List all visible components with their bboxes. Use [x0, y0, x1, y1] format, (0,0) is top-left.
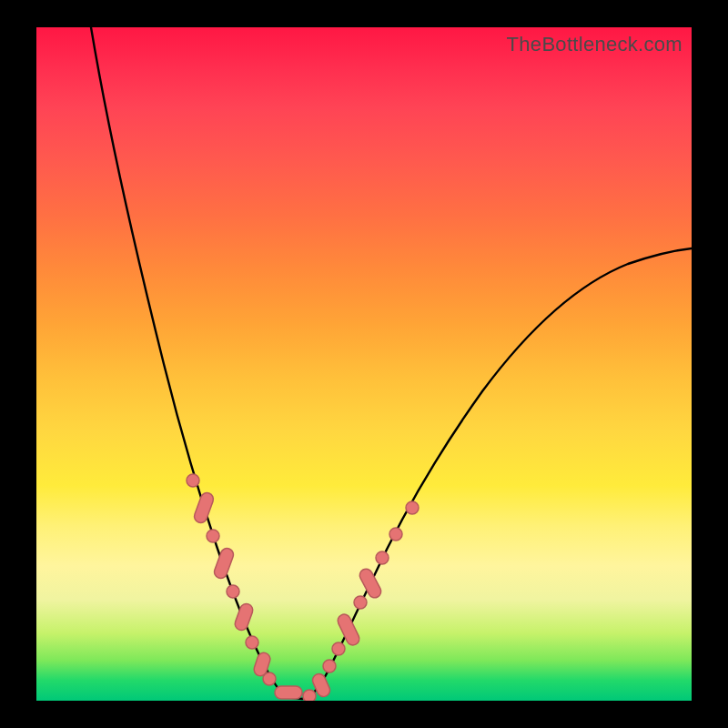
curve-marker: [323, 660, 336, 672]
curve-marker-pill: [233, 602, 254, 632]
curve-marker-pill: [213, 547, 236, 581]
curve-marker: [187, 474, 199, 487]
curve-marker: [376, 551, 389, 564]
plot-area: TheBottleneck.com: [36, 27, 692, 701]
marker-group: [187, 474, 419, 701]
curve-marker: [227, 585, 239, 598]
curve-marker: [207, 530, 219, 542]
curve-marker: [332, 642, 345, 655]
chart-svg: [36, 27, 692, 701]
chart-frame: TheBottleneck.com: [0, 0, 728, 728]
curve-marker-pill: [193, 491, 216, 525]
curve-marker: [246, 636, 258, 649]
curve-marker-pill: [275, 686, 302, 699]
curve-marker: [406, 501, 419, 514]
curve-marker: [263, 672, 276, 685]
curve-marker: [354, 596, 367, 609]
bottleneck-curve: [91, 27, 692, 699]
curve-marker: [389, 528, 402, 541]
curve-marker-pill: [358, 567, 383, 601]
curve-marker: [303, 690, 316, 701]
